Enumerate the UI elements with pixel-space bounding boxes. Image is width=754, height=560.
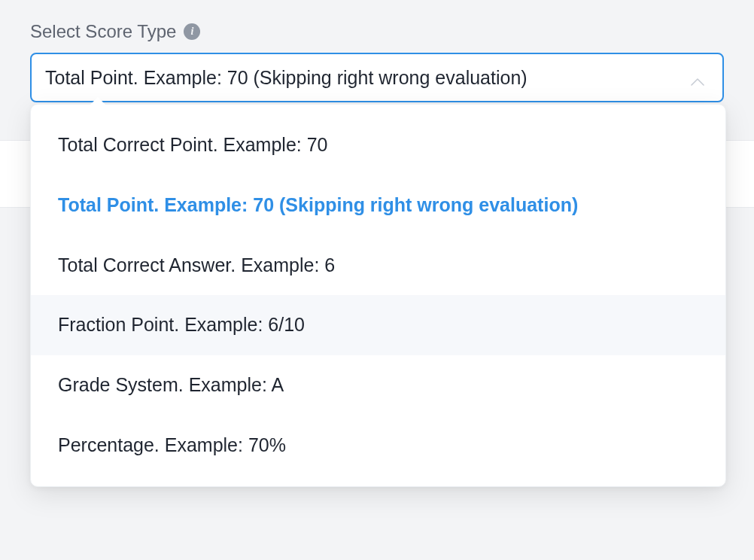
dropdown-option[interactable]: Fraction Point. Example: 6/10 — [31, 295, 725, 355]
score-type-dropdown-panel: Total Correct Point. Example: 70 Total P… — [30, 104, 726, 487]
dropdown-option-label: Percentage. Example: 70% — [58, 434, 286, 455]
score-type-selected-value: Total Point. Example: 70 (Skipping right… — [45, 67, 527, 89]
field-label-row: Select Score Type i — [30, 21, 724, 42]
dropdown-option[interactable]: Total Point. Example: 70 (Skipping right… — [31, 175, 725, 236]
dropdown-option[interactable]: Grade System. Example: A — [31, 355, 725, 415]
dropdown-option-label: Total Point. Example: 70 (Skipping right… — [58, 194, 578, 215]
info-icon[interactable]: i — [184, 23, 200, 40]
dropdown-option[interactable]: Percentage. Example: 70% — [31, 415, 725, 476]
dropdown-option-label: Total Correct Point. Example: 70 — [58, 134, 328, 155]
field-label: Select Score Type — [30, 21, 176, 42]
dropdown-option-label: Fraction Point. Example: 6/10 — [58, 314, 305, 335]
dropdown-option-label: Grade System. Example: A — [58, 374, 284, 395]
chevron-up-icon — [691, 78, 704, 86]
score-type-select[interactable]: Total Point. Example: 70 (Skipping right… — [30, 53, 724, 102]
dropdown-option[interactable]: Total Correct Point. Example: 70 — [31, 115, 725, 175]
form-section: Select Score Type i Total Point. Example… — [0, 0, 754, 102]
dropdown-option[interactable]: Total Correct Answer. Example: 6 — [31, 236, 725, 296]
dropdown-option-label: Total Correct Answer. Example: 6 — [58, 254, 335, 275]
